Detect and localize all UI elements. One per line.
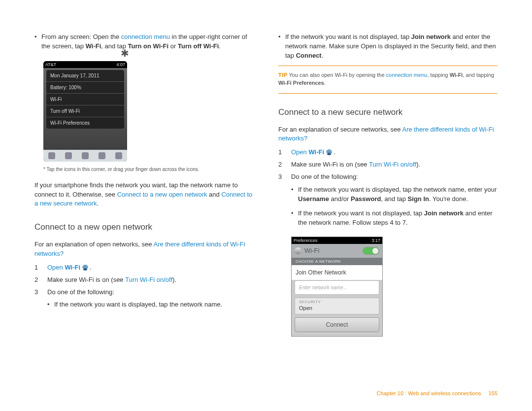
wifi-toggle-on [363, 247, 379, 255]
bold-username: Username [298, 195, 329, 203]
menu-turn-off-wifi: Turn off Wi-Fi [46, 105, 124, 117]
status-bar-2: Preferences 3:17 [292, 237, 382, 244]
phone-screenshot-1: AT&T 4:07 Mon January 17, 2011 Battery: … [43, 61, 127, 162]
bold-password: Password [351, 195, 381, 203]
text: . [322, 52, 324, 59]
text: Do one of the following: [47, 288, 114, 296]
link-wifi-app[interactable]: Wi-Fi [308, 148, 324, 156]
text: If the network you want is not displayed… [285, 33, 411, 40]
text: , tapping [427, 72, 449, 78]
text: If the network you want is not displayed… [298, 209, 424, 217]
sub-bullet-displayed: • If the network you want is displayed, … [291, 185, 498, 204]
text: ). [416, 161, 420, 168]
wifi-icon [82, 265, 88, 271]
page-number: 155 [489, 390, 498, 396]
link-connection-menu[interactable]: connection menu [121, 33, 170, 40]
menu-wifi: Wi-Fi [46, 94, 124, 105]
wifi-title: Wi-Fi [304, 247, 319, 254]
text: . [332, 148, 335, 156]
phone-screenshot-2: Preferences 3:17 Wi-Fi CHOOSE A NETWORK … [291, 237, 383, 337]
bold-signin: Sign In [408, 195, 429, 203]
after-figure-para: If your smartphone finds the network you… [34, 181, 254, 209]
text: If the network you want is displayed, ta… [54, 301, 222, 308]
text: . [324, 80, 326, 86]
dock [43, 150, 127, 162]
connection-menu-panel: Mon January 17, 2011 Battery: 100% Wi-Fi… [46, 70, 124, 129]
step-1: 1 Open Wi-Fi . [34, 264, 254, 271]
figure-phone-menu: ✱ AT&T 4:07 Mon January 17, 2011 Battery… [43, 61, 127, 162]
link-wifi-app[interactable]: Wi-Fi [65, 264, 80, 271]
dock-icon [115, 152, 122, 159]
sub-bullet-not-displayed: • If the network you want is not display… [291, 209, 498, 228]
right-column: • If the network you want is not display… [278, 30, 498, 337]
wifi-globe-icon [295, 247, 301, 254]
text: or [168, 42, 178, 50]
explain-para-secure: For an explanation of secure networks, s… [278, 125, 498, 144]
text: For an explanation of open networks, see [34, 240, 153, 248]
tip-label: TIP [278, 72, 288, 78]
tip-rule-bottom [278, 93, 498, 94]
dock-icon [99, 152, 105, 159]
carrier-label: AT&T [45, 62, 56, 67]
text: Make sure Wi-Fi is on (see [291, 161, 369, 168]
security-picker: SECURITY Open [295, 298, 379, 314]
dock-icon [82, 152, 89, 159]
text: , and tapping [463, 72, 494, 78]
bold-wifi: Wi-Fi [450, 72, 463, 78]
text: . [219, 42, 221, 50]
security-value: Open [295, 304, 379, 314]
intro-bullet: • From any screen: Open the connection m… [34, 33, 254, 51]
text: If the network you want is displayed, ta… [298, 186, 497, 193]
sub-bullet: • If the network you want is displayed, … [47, 301, 254, 308]
link-open[interactable]: Open [47, 264, 65, 271]
heading-open-network: Connect to a new open network [34, 222, 254, 232]
text: , and tap [381, 195, 407, 203]
time-label: 4:07 [116, 62, 125, 67]
page-footer: Chapter 10 : Web and wireless connection… [377, 390, 498, 396]
asterisk-callout-icon: ✱ [121, 47, 129, 59]
bold-join-network: Join network [411, 33, 451, 40]
text: and/or [329, 195, 351, 203]
text: . You're done. [429, 195, 468, 203]
menu-date: Mon January 17, 2011 [46, 70, 124, 82]
text: . [88, 264, 92, 271]
step-2-secure: 2 Make sure Wi-Fi is on (see Turn Wi-Fi … [278, 161, 498, 168]
tip-rule-top [278, 66, 498, 66]
link-open[interactable]: Open [291, 148, 308, 156]
prefs-label: Preferences [294, 238, 318, 243]
network-name-input: Enter network name... [295, 280, 379, 295]
dock-icon [65, 152, 72, 159]
text: . [97, 200, 99, 207]
text: You can also open Wi-Fi by opening the [288, 72, 386, 78]
menu-wifi-prefs: Wi-Fi Preferences [46, 117, 124, 129]
bold-wifi-prefs: Wi-Fi Preferences [278, 80, 324, 86]
left-column: • From any screen: Open the connection m… [34, 30, 254, 337]
step-1-secure: 1 Open Wi-Fi . [278, 148, 498, 156]
menu-battery: Battery: 100% [46, 82, 124, 94]
bold-connect: Connect [296, 52, 322, 59]
dock-icon [48, 152, 55, 159]
chapter-label: Chapter 10 : Web and wireless connection… [377, 390, 481, 396]
bold-turn-off: Turn off Wi-Fi [178, 42, 219, 50]
link-connection-menu-tip[interactable]: connection menu [386, 72, 428, 78]
step-2: 2 Make sure Wi-Fi is on (see Turn Wi-Fi … [34, 276, 254, 283]
link-turn-wifi-onoff-2[interactable]: Turn Wi-Fi on/off [369, 161, 416, 168]
heading-secure-network: Connect to a new secure network [278, 107, 498, 117]
security-label: SECURITY [295, 298, 379, 304]
status-bar: AT&T 4:07 [43, 61, 127, 68]
wifi-header-row: Wi-Fi [292, 244, 382, 258]
bold-turn-on: Turn on Wi-Fi [128, 42, 169, 50]
connect-button: Connect [295, 317, 379, 332]
text: and [207, 191, 221, 198]
explain-para: For an explanation of open networks, see… [34, 240, 254, 259]
text: Make sure Wi-Fi is on (see [47, 276, 125, 283]
sub-bullet-join: • If the network you want is not display… [278, 33, 498, 61]
link-open-network[interactable]: Connect to a new open network [117, 191, 207, 198]
link-turn-wifi-onoff[interactable]: Turn Wi-Fi on/off [125, 276, 172, 283]
tip-box: TIP You can also open Wi-Fi by opening t… [278, 70, 498, 89]
text: From any screen: Open the [41, 33, 121, 40]
time-label-2: 3:17 [371, 238, 380, 243]
join-other-network-row: Join Other Network [292, 265, 382, 280]
bold-join-network-2: Join network [424, 209, 464, 217]
choose-network-label: CHOOSE A NETWORK [292, 258, 382, 265]
